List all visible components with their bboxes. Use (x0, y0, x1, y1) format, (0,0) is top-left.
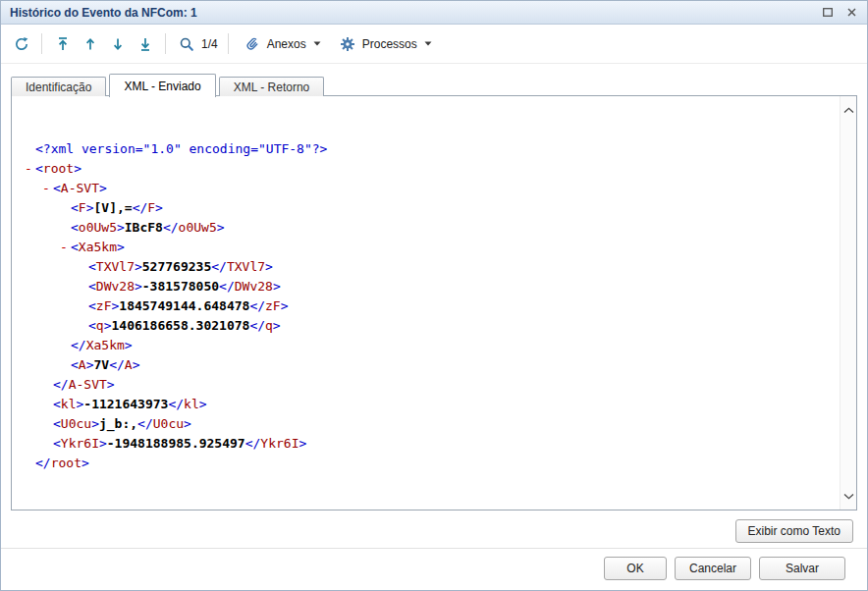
xml-punctuation: < (71, 200, 79, 215)
xml-text-value: -381578050 (142, 279, 219, 294)
xml-text-value: 1406186658.3021078 (111, 318, 249, 333)
toolbar-separator (228, 33, 229, 54)
collapse-marker[interactable]: - (42, 179, 53, 198)
xml-punctuation: > (281, 298, 289, 313)
xml-punctuation: < (53, 436, 61, 451)
xml-open-tag: A-SVT (61, 181, 99, 195)
collapse-marker[interactable]: - (25, 159, 35, 179)
xml-open-tag: root (43, 161, 74, 176)
xml-punctuation: > (91, 416, 99, 431)
go-next-button[interactable] (105, 31, 130, 57)
scroll-down-button[interactable] (841, 489, 856, 503)
xml-punctuation: > (117, 240, 125, 254)
xml-punctuation: > (199, 397, 207, 411)
go-last-button[interactable] (133, 31, 157, 57)
xml-punctuation: > (135, 279, 142, 294)
xml-punctuation: < (88, 298, 96, 313)
xml-close-tag: Ykr6I (260, 436, 298, 451)
go-first-button[interactable] (50, 31, 75, 57)
anexos-dropdown[interactable]: Anexos (237, 32, 329, 56)
xml-text-value: IBcF8 (125, 220, 163, 235)
exibir-como-texto-button[interactable]: Exibir como Texto (735, 519, 853, 543)
search-button[interactable] (174, 31, 198, 57)
close-button[interactable] (841, 4, 861, 22)
arrow-to-bottom-icon (137, 36, 153, 52)
xml-punctuation: > (99, 181, 107, 195)
xml-punctuation: </ (168, 397, 184, 411)
xml-punctuation: < (88, 259, 96, 274)
salvar-button[interactable]: Salvar (759, 557, 845, 580)
maximize-button[interactable] (818, 4, 838, 22)
toolbar: 1/4 Anexos Processos (1, 25, 867, 64)
xml-text-value: j_b:, (99, 416, 137, 431)
collapse-marker[interactable]: - (60, 238, 71, 257)
vertical-scrollbar[interactable] (840, 96, 856, 510)
xml-text-value: -1948188985.925497 (107, 436, 245, 451)
arrow-down-icon (110, 36, 126, 52)
xml-punctuation: > (81, 456, 89, 470)
tab-label: Identificação (26, 81, 91, 94)
xml-punctuation: < (88, 318, 96, 333)
search-icon (179, 36, 194, 52)
xml-open-tag: zF (96, 298, 112, 313)
xml-punctuation: > (135, 259, 142, 274)
anexos-label: Anexos (267, 37, 306, 51)
xml-punctuation: > (184, 416, 191, 431)
chevron-up-icon (843, 107, 854, 114)
xml-punctuation: > (298, 436, 306, 451)
go-previous-button[interactable] (78, 31, 102, 57)
xml-tree-view[interactable]: <?xml version="1.0" encoding="UTF-8"?>-<… (12, 96, 840, 510)
xml-line: <F>[V],=</F> (12, 198, 840, 218)
xml-line: -<Xa5km> (12, 238, 840, 257)
xml-punctuation: </ (219, 279, 235, 294)
maximize-icon (823, 8, 833, 17)
xml-close-tag: q (265, 318, 273, 333)
cancelar-button[interactable]: Cancelar (675, 557, 751, 580)
xml-punctuation: </ (133, 200, 148, 215)
xml-line: <q>1406186658.3021078</q> (12, 316, 840, 336)
xml-punctuation: </ (109, 357, 125, 372)
arrow-up-icon (82, 36, 98, 52)
xml-line: </Xa5km> (12, 336, 840, 355)
ok-button[interactable]: OK (604, 557, 667, 580)
xml-close-tag: root (51, 456, 81, 470)
tab-xml-enviado[interactable]: XML - Enviado (109, 74, 215, 97)
tab-identifica-o[interactable]: Identificação (11, 77, 106, 96)
tab-strip: IdentificaçãoXML - EnviadoXML - Retorno (11, 73, 327, 96)
xml-text-value: -1121643973 (83, 397, 168, 411)
event-history-window: Histórico do Evento da NFCom: 1 (0, 0, 868, 591)
xml-punctuation: < (35, 161, 43, 176)
xml-punctuation: </ (249, 318, 265, 333)
processos-dropdown[interactable]: Processos (332, 32, 440, 56)
tab-xml-retorno[interactable]: XML - Retorno (219, 77, 325, 96)
gear-icon (340, 36, 355, 52)
xml-close-tag: Xa5km (86, 338, 125, 352)
arrow-to-top-icon (55, 36, 71, 52)
xml-line: <o0Uw5>IBcF8</o0Uw5> (12, 218, 840, 238)
scrollbar-track[interactable] (841, 117, 856, 489)
xml-punctuation: </ (249, 298, 265, 313)
close-icon (847, 8, 856, 17)
chevron-down-icon (843, 493, 854, 500)
xml-line: -<root> (12, 159, 840, 179)
xml-punctuation: > (117, 220, 125, 235)
window-controls (818, 4, 861, 22)
xml-punctuation: > (125, 338, 133, 352)
xml-open-tag: TXVl7 (96, 259, 135, 274)
xml-punctuation: > (265, 259, 273, 274)
chevron-down-icon (424, 41, 432, 46)
xml-text-value: 527769235 (142, 259, 211, 274)
xml-close-tag: o0Uw5 (179, 220, 217, 235)
xml-punctuation: < (71, 240, 79, 254)
xml-punctuation: < (71, 357, 79, 372)
refresh-button[interactable] (9, 31, 33, 57)
scroll-up-button[interactable] (841, 103, 856, 117)
xml-panel: <?xml version="1.0" encoding="UTF-8"?>-<… (11, 95, 857, 510)
panel-actions-row: Exibir como Texto (1, 510, 867, 543)
xml-line: <kl>-1121643973</kl> (12, 395, 840, 414)
footer: OK Cancelar Salvar (1, 548, 867, 580)
xml-punctuation: </ (35, 456, 51, 470)
xml-punctuation: > (107, 377, 115, 392)
xml-open-tag: F (79, 200, 86, 215)
xml-open-tag: DWv28 (96, 279, 135, 294)
